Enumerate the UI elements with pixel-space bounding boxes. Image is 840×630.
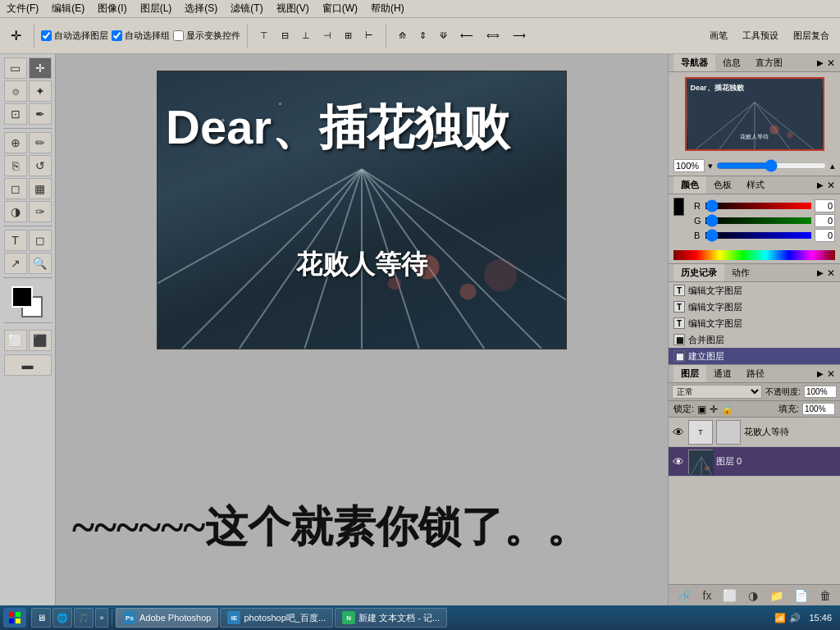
move-tool[interactable]: ✛ [29,57,52,79]
color-r-value[interactable]: 0 [815,199,835,212]
color-b-value[interactable]: 0 [815,229,835,242]
dist-vcenter-icon[interactable]: ⇕ [413,28,432,43]
tab-histogram[interactable]: 直方图 [748,54,790,71]
taskbar-notepad-btn[interactable]: N 新建 文本文档 - 记... [335,608,447,628]
menu-layer[interactable]: 图层(L) [134,2,179,16]
layers-group-btn[interactable]: 📁 [769,589,783,602]
align-right-icon[interactable]: ⊢ [359,28,379,43]
nav-zoom-minus-icon[interactable]: ▾ [708,161,713,171]
tab-channels[interactable]: 通道 [706,365,739,382]
move-tool-icon[interactable]: ✛ [5,25,27,46]
start-button[interactable] [3,608,26,628]
layers-adjust-btn[interactable]: ◑ [748,589,758,602]
history-brush-tool[interactable]: ↺ [29,155,52,176]
dist-bottom-icon[interactable]: ⟱ [434,28,453,43]
layers-mask-btn[interactable]: ⬜ [723,589,737,602]
tab-actions[interactable]: 动作 [724,264,757,281]
align-left-icon[interactable]: ⊣ [317,28,337,43]
layers-lock-all-icon[interactable]: 🔒 [721,404,733,415]
taskbar-media-icon[interactable]: 🎵 [74,608,94,628]
screen-mode-btn[interactable]: ▬ [4,354,52,376]
foreground-color[interactable] [11,286,33,308]
history-item-1[interactable]: T 编辑文字图层 [669,282,840,299]
eyedropper-tool[interactable]: ✒ [29,103,52,125]
color-g-value[interactable]: 0 [815,214,835,227]
healing-tool[interactable]: ⊕ [4,132,27,153]
history-close-icon[interactable]: ✕ [827,267,835,279]
layers-new-btn[interactable]: 📄 [794,589,808,602]
history-item-2[interactable]: T 编辑文字图层 [669,299,840,315]
layer-item-1[interactable]: 👁 T 花败人等待 [669,418,840,447]
layers-fx-btn[interactable]: fx [703,589,712,602]
tab-color[interactable]: 颜色 [673,176,706,194]
layer-item-0[interactable]: 👁 图层 0 [669,447,840,477]
path-select-tool[interactable]: ↗ [4,253,27,274]
dodge-tool[interactable]: ◑ [4,201,27,222]
layers-lock-position-icon[interactable]: ✛ [710,404,718,415]
lasso-tool[interactable]: ⌾ [4,80,27,102]
tray-volume-icon[interactable]: 🔊 [789,613,801,623]
clone-stamp-tool[interactable]: ⎘ [4,155,27,176]
layer-vis-1[interactable]: 👁 [672,426,685,439]
tab-swatches[interactable]: 色板 [706,176,739,194]
layers-blend-mode[interactable]: 正常 [672,385,762,399]
standard-mode-btn[interactable]: ⬜ [4,330,27,351]
text-tool[interactable]: T [4,230,27,251]
layers-opacity-input[interactable] [804,386,837,398]
tab-paths[interactable]: 路径 [739,365,772,382]
tab-layers[interactable]: 图层 [673,365,706,382]
layers-options-icon[interactable]: ▶ [817,369,824,378]
pen-tool[interactable]: ✑ [29,201,52,222]
navigator-close-icon[interactable]: ✕ [827,57,835,69]
color-spectrum-bar[interactable] [673,250,835,260]
taskbar-photoshop-btn[interactable]: Ps Adobe Photoshop [116,608,218,628]
dist-top-icon[interactable]: ⟰ [393,28,412,43]
color-close-icon[interactable]: ✕ [827,180,835,191]
navigator-options-icon[interactable]: ▶ [817,58,824,67]
align-hcenter-icon[interactable]: ⊞ [339,28,358,43]
tab-styles[interactable]: 样式 [739,176,772,194]
menu-edit[interactable]: 编辑(E) [45,2,91,16]
color-fg-swatch[interactable] [673,198,684,216]
menu-window[interactable]: 窗口(W) [316,2,364,16]
crop-tool[interactable]: ⊡ [4,103,27,125]
tab-history[interactable]: 历史记录 [673,264,724,281]
menu-file[interactable]: 文件(F) [0,2,45,16]
auto-select-layer-checkbox[interactable] [41,30,52,41]
layer-compose-btn[interactable]: 图层复合 [788,27,835,44]
auto-select-group-checkbox-input[interactable] [112,30,122,41]
menu-select[interactable]: 选择(S) [178,2,224,16]
menu-view[interactable]: 视图(V) [270,2,316,16]
taskbar-expand-icon[interactable]: » [95,608,108,628]
marquee-tool[interactable]: ▭ [4,57,27,79]
tab-navigator[interactable]: 导航器 [673,54,715,71]
layer-vis-0[interactable]: 👁 [672,455,685,468]
taskbar-ie-icon[interactable]: 🌐 [52,608,72,628]
color-g-slider[interactable] [705,217,811,224]
show-transform-checkbox[interactable] [173,30,184,41]
history-item-4[interactable]: ▦ 合并图层 [669,331,840,348]
tool-preset-btn[interactable]: 工具预设 [737,27,784,44]
menu-filter[interactable]: 滤镜(T) [224,2,269,16]
taskbar-baidu-btn[interactable]: IE photoshop吧_百度... [220,608,333,628]
menu-help[interactable]: 帮助(H) [364,2,411,16]
dist-hcenter-icon[interactable]: ⟺ [481,28,505,43]
align-top-icon[interactable]: ⊤ [254,28,274,43]
nav-zoom-input[interactable] [673,159,705,172]
tab-info[interactable]: 信息 [715,54,748,71]
zoom-tool[interactable]: 🔍 [29,253,52,274]
magic-wand-tool[interactable]: ✦ [29,80,52,102]
history-item-3[interactable]: T 编辑文字图层 [669,315,840,331]
brush-tool[interactable]: ✏ [29,132,52,153]
dist-right-icon[interactable]: ⟶ [507,28,532,43]
history-item-5[interactable]: ▦ 建立图层 [669,348,840,364]
align-vcenter-icon[interactable]: ⊟ [276,28,294,43]
nav-zoom-plus-icon[interactable]: ▴ [830,161,835,171]
layers-lock-pixel-icon[interactable]: ▣ [697,404,706,415]
quickmask-mode-btn[interactable]: ⬛ [29,330,52,351]
color-b-slider[interactable] [705,232,811,239]
gradient-tool[interactable]: ▦ [29,178,52,199]
align-bottom-icon[interactable]: ⊥ [296,28,316,43]
color-options-icon[interactable]: ▶ [817,180,824,189]
layers-fill-input[interactable] [802,403,835,415]
